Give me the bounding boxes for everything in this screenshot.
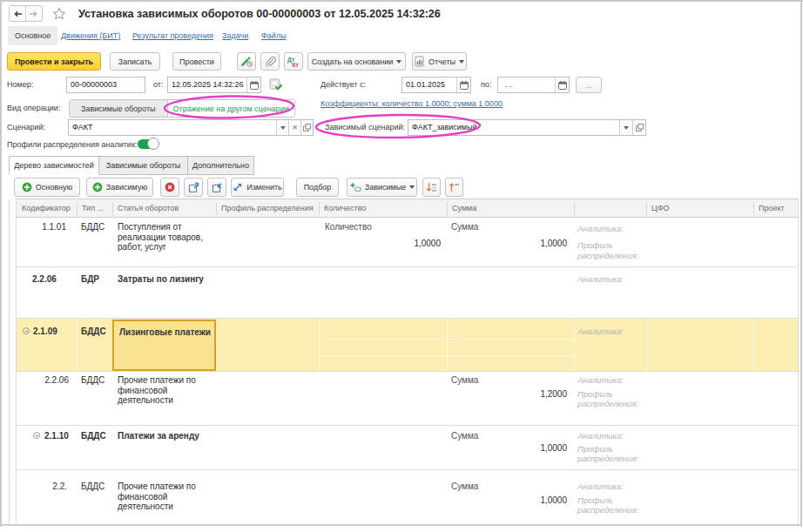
column-header-cfo[interactable]: ЦФО bbox=[646, 199, 753, 219]
pencil-clock-icon bbox=[240, 56, 253, 67]
cell-sum: 1,0000 bbox=[447, 443, 567, 453]
column-header-article[interactable]: Статья оборотов bbox=[112, 199, 216, 219]
coefficients-link[interactable]: Коэффициенты: количество 1.0000; сумма 1… bbox=[321, 98, 503, 111]
field-value: ФАКТ_зависимый bbox=[408, 120, 619, 135]
cell-qty-label: Количество bbox=[325, 222, 372, 232]
tab-dependency-tree[interactable]: Дерево зависимостей bbox=[9, 156, 99, 175]
tab-files[interactable]: Файлы bbox=[261, 26, 287, 45]
collapse-levels-button[interactable] bbox=[445, 178, 463, 197]
paperclip-icon bbox=[265, 56, 276, 67]
debit-credit-icon: ДтКт bbox=[287, 56, 300, 68]
column-header-quantity[interactable]: Количество bbox=[319, 199, 447, 219]
cell-profile: Профиль распределения: bbox=[577, 240, 649, 260]
table-row[interactable]: 2.1.10 БДДС Платежи за аренду Сумма 1,00… bbox=[17, 426, 799, 470]
change-button[interactable]: Изменить bbox=[231, 178, 284, 197]
open-link-icon bbox=[303, 124, 311, 131]
delete-button[interactable] bbox=[160, 178, 179, 197]
post-and-close-button[interactable]: Провести и закрыть bbox=[7, 52, 101, 71]
left-gutter-line bbox=[9, 199, 10, 524]
cell-qty: 1,0000 bbox=[319, 239, 441, 248]
move-in-button[interactable] bbox=[207, 178, 226, 197]
valid-from-field[interactable]: 01.01.2025 bbox=[402, 77, 471, 93]
posted-status-icon bbox=[269, 78, 283, 91]
column-header-profile[interactable]: Профиль распределения bbox=[216, 199, 319, 219]
expand-levels-button[interactable] bbox=[422, 178, 441, 197]
valid-to-label: по: bbox=[481, 77, 491, 93]
more-dates-button[interactable]: ... bbox=[576, 77, 602, 93]
scenario-field[interactable]: ФАКТ × bbox=[68, 119, 314, 136]
add-main-button[interactable]: Основную bbox=[14, 178, 80, 197]
profiles-toggle-label: Профили распределения аналитик: bbox=[7, 137, 137, 153]
number-field[interactable]: 00-00000003 bbox=[66, 77, 145, 93]
table-row[interactable]: 2.2.06 БДР Затраты по лизингу Аналитика: bbox=[17, 267, 799, 319]
square-arrow-down-icon bbox=[212, 182, 223, 193]
calendar-button[interactable] bbox=[456, 77, 470, 92]
move-out-button[interactable] bbox=[184, 178, 203, 197]
add-dependent-icon bbox=[349, 182, 361, 192]
save-button[interactable]: Записать bbox=[110, 52, 160, 71]
reports-button[interactable]: Отчеты bbox=[412, 52, 467, 71]
profiles-toggle[interactable] bbox=[138, 138, 160, 150]
column-header-sum[interactable]: Сумма bbox=[447, 199, 574, 219]
table-row[interactable]: 2.2. БДДС Прочие платежи по финансовой д… bbox=[17, 470, 799, 524]
table-row-selected[interactable]: 2.1.09 БДДС Лизинговые платежи Аналитика… bbox=[17, 319, 799, 372]
operation-kind-selected[interactable]: Зависимые обороты bbox=[70, 100, 167, 117]
post-button[interactable]: Провести bbox=[172, 52, 221, 71]
tab-posting-result[interactable]: Результат проведения bbox=[132, 26, 213, 45]
calendar-button[interactable] bbox=[246, 77, 260, 92]
column-header-type[interactable]: Тип ... bbox=[77, 199, 112, 219]
tab-dependent-turnovers[interactable]: Зависимые обороты bbox=[98, 156, 188, 175]
tab-movements[interactable]: Движения (БИТ) bbox=[61, 26, 120, 45]
cell-sum: 1,0000 bbox=[447, 495, 567, 505]
add-dependent-button[interactable]: Зависимую bbox=[86, 178, 153, 197]
button-label: Подбор bbox=[304, 183, 332, 192]
column-divider-line bbox=[574, 202, 575, 216]
pick-button[interactable]: Подбор bbox=[296, 178, 339, 197]
collapse-node-icon[interactable] bbox=[23, 327, 30, 334]
back-arrow-icon bbox=[12, 10, 23, 18]
tab-additional[interactable]: Дополнительно bbox=[187, 156, 254, 175]
window-border-bottom bbox=[0, 524, 802, 526]
dropdown-button[interactable] bbox=[619, 120, 632, 135]
attachments-button[interactable] bbox=[260, 52, 280, 71]
tab-main[interactable]: Основное bbox=[8, 26, 57, 45]
create-based-on-button[interactable]: Создать на основании bbox=[307, 52, 406, 71]
table-header-row: Кодификатор Тип ... Статья оборотов Проф… bbox=[17, 199, 799, 218]
table-row[interactable]: 2.2.06 БДДС Прочие платежи по финансовой… bbox=[17, 372, 799, 426]
grid-line bbox=[447, 320, 448, 371]
cell-code: 2.1.09 bbox=[33, 327, 57, 336]
deferred-posting-button[interactable] bbox=[237, 52, 256, 71]
forward-button[interactable] bbox=[25, 6, 42, 21]
cell-article: Прочие платежи по финансовой деятельност… bbox=[118, 481, 198, 512]
cell-type: БДДС bbox=[81, 222, 105, 232]
caret-down-icon bbox=[280, 126, 286, 130]
column-header-code[interactable]: Кодификатор bbox=[17, 199, 77, 219]
table-row[interactable]: 1.1.01 БДДС Поступления от реализации то… bbox=[17, 218, 799, 267]
tab-tasks[interactable]: Задачи bbox=[222, 26, 248, 45]
column-header-project[interactable]: Проект bbox=[753, 199, 799, 219]
square-arrow-up-icon bbox=[188, 182, 199, 193]
dependent-scenario-field[interactable]: ФАКТ_зависимый bbox=[408, 119, 646, 136]
favorite-star-icon[interactable] bbox=[51, 6, 67, 22]
cell-sum-label: Сумма bbox=[451, 481, 478, 491]
field-value: 01.01.2025 bbox=[402, 77, 456, 92]
doc-date-field[interactable]: 12.05.2025 14:32:26 bbox=[167, 77, 261, 93]
clear-button[interactable]: × bbox=[288, 120, 300, 135]
cell-analytics: Аналитика: bbox=[577, 375, 624, 385]
active-cell[interactable]: Лизинговые платежи bbox=[112, 320, 216, 371]
dependents-menu-button[interactable]: Зависимые bbox=[347, 178, 417, 197]
column-header-analytics[interactable] bbox=[574, 199, 646, 219]
valid-from-label: Действует с: bbox=[321, 77, 366, 93]
cell-sum-label: Сумма bbox=[451, 222, 478, 232]
open-button[interactable] bbox=[300, 120, 313, 135]
cell-code: 2.2.06 bbox=[17, 375, 69, 385]
field-value: 12.05.2025 14:32:26 bbox=[168, 77, 246, 92]
operation-kind-alternative[interactable]: Отражение на другом сценарии bbox=[167, 100, 294, 117]
dropdown-button[interactable] bbox=[276, 120, 288, 135]
debit-credit-button[interactable]: ДтКт bbox=[284, 52, 303, 71]
back-button[interactable] bbox=[10, 6, 25, 21]
collapse-node-icon[interactable] bbox=[33, 432, 40, 439]
calendar-button[interactable] bbox=[555, 77, 569, 92]
valid-to-field[interactable]: . . bbox=[497, 77, 570, 93]
open-button[interactable] bbox=[632, 120, 645, 135]
